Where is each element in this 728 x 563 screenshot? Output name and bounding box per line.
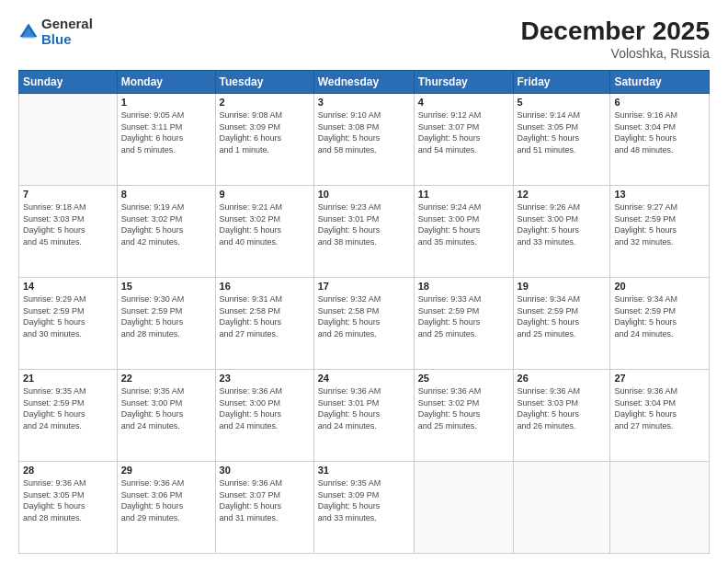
day-info: Sunrise: 9:31 AM Sunset: 2:58 PM Dayligh… [220, 293, 310, 339]
calendar-cell: 8Sunrise: 9:19 AM Sunset: 3:02 PM Daylig… [117, 186, 215, 278]
weekday-header-row: SundayMondayTuesdayWednesdayThursdayFrid… [19, 71, 710, 94]
calendar-cell: 7Sunrise: 9:18 AM Sunset: 3:03 PM Daylig… [19, 186, 118, 278]
calendar-cell [610, 462, 710, 554]
day-number: 28 [23, 465, 113, 476]
calendar-cell: 26Sunrise: 9:36 AM Sunset: 3:03 PM Dayli… [513, 370, 610, 462]
day-info: Sunrise: 9:23 AM Sunset: 3:01 PM Dayligh… [318, 201, 410, 247]
calendar-cell: 4Sunrise: 9:12 AM Sunset: 3:07 PM Daylig… [414, 94, 513, 186]
day-info: Sunrise: 9:24 AM Sunset: 3:00 PM Dayligh… [418, 201, 509, 247]
calendar-cell: 10Sunrise: 9:23 AM Sunset: 3:01 PM Dayli… [313, 186, 414, 278]
calendar-cell: 17Sunrise: 9:32 AM Sunset: 2:58 PM Dayli… [313, 278, 414, 370]
weekday-header: Sunday [19, 71, 118, 94]
day-info: Sunrise: 9:18 AM Sunset: 3:03 PM Dayligh… [23, 201, 113, 247]
day-info: Sunrise: 9:14 AM Sunset: 3:05 PM Dayligh… [518, 109, 607, 155]
day-number: 22 [121, 373, 211, 384]
day-info: Sunrise: 9:19 AM Sunset: 3:02 PM Dayligh… [121, 201, 211, 247]
weekday-header: Friday [513, 71, 610, 94]
day-number: 2 [220, 97, 310, 108]
day-number: 14 [23, 281, 113, 292]
calendar-cell: 23Sunrise: 9:36 AM Sunset: 3:00 PM Dayli… [215, 370, 313, 462]
calendar-week-row: 28Sunrise: 9:36 AM Sunset: 3:05 PM Dayli… [19, 462, 710, 554]
calendar-table: SundayMondayTuesdayWednesdayThursdayFrid… [18, 70, 710, 554]
day-number: 13 [614, 189, 705, 200]
calendar-cell: 3Sunrise: 9:10 AM Sunset: 3:08 PM Daylig… [313, 94, 414, 186]
calendar-cell: 27Sunrise: 9:36 AM Sunset: 3:04 PM Dayli… [610, 370, 710, 462]
calendar: SundayMondayTuesdayWednesdayThursdayFrid… [18, 70, 710, 554]
day-number: 3 [318, 97, 410, 108]
calendar-cell: 9Sunrise: 9:21 AM Sunset: 3:02 PM Daylig… [215, 186, 313, 278]
day-info: Sunrise: 9:12 AM Sunset: 3:07 PM Dayligh… [418, 109, 509, 155]
weekday-header: Thursday [414, 71, 513, 94]
logo-general: General [41, 17, 93, 32]
day-number: 29 [121, 465, 211, 476]
day-info: Sunrise: 9:16 AM Sunset: 3:04 PM Dayligh… [614, 109, 705, 155]
day-info: Sunrise: 9:36 AM Sunset: 3:03 PM Dayligh… [518, 385, 607, 431]
day-number: 24 [318, 373, 410, 384]
day-info: Sunrise: 9:10 AM Sunset: 3:08 PM Dayligh… [318, 109, 410, 155]
calendar-cell: 20Sunrise: 9:34 AM Sunset: 2:59 PM Dayli… [610, 278, 710, 370]
title-section: December 2025 Voloshka, Russia [521, 17, 710, 61]
calendar-cell: 13Sunrise: 9:27 AM Sunset: 2:59 PM Dayli… [610, 186, 710, 278]
day-number: 8 [121, 189, 211, 200]
logo-text: General Blue [41, 17, 93, 47]
day-number: 25 [418, 373, 509, 384]
calendar-cell: 12Sunrise: 9:26 AM Sunset: 3:00 PM Dayli… [513, 186, 610, 278]
day-number: 23 [220, 373, 310, 384]
day-info: Sunrise: 9:29 AM Sunset: 2:59 PM Dayligh… [23, 293, 113, 339]
day-number: 31 [318, 465, 410, 476]
day-info: Sunrise: 9:36 AM Sunset: 3:04 PM Dayligh… [614, 385, 705, 431]
calendar-cell: 18Sunrise: 9:33 AM Sunset: 2:59 PM Dayli… [414, 278, 513, 370]
day-info: Sunrise: 9:08 AM Sunset: 3:09 PM Dayligh… [220, 109, 310, 155]
day-number: 6 [614, 97, 705, 108]
calendar-cell: 11Sunrise: 9:24 AM Sunset: 3:00 PM Dayli… [414, 186, 513, 278]
weekday-header: Saturday [610, 71, 710, 94]
day-info: Sunrise: 9:36 AM Sunset: 3:06 PM Dayligh… [121, 477, 211, 523]
calendar-cell: 30Sunrise: 9:36 AM Sunset: 3:07 PM Dayli… [215, 462, 313, 554]
calendar-cell: 14Sunrise: 9:29 AM Sunset: 2:59 PM Dayli… [19, 278, 118, 370]
calendar-cell: 24Sunrise: 9:36 AM Sunset: 3:01 PM Dayli… [313, 370, 414, 462]
calendar-cell: 19Sunrise: 9:34 AM Sunset: 2:59 PM Dayli… [513, 278, 610, 370]
day-info: Sunrise: 9:35 AM Sunset: 2:59 PM Dayligh… [23, 385, 113, 431]
calendar-cell: 22Sunrise: 9:35 AM Sunset: 3:00 PM Dayli… [117, 370, 215, 462]
day-number: 18 [418, 281, 509, 292]
day-number: 12 [518, 189, 607, 200]
day-info: Sunrise: 9:36 AM Sunset: 3:00 PM Dayligh… [220, 385, 310, 431]
weekday-header: Tuesday [215, 71, 313, 94]
day-number: 1 [121, 97, 211, 108]
logo-blue: Blue [41, 32, 93, 48]
day-number: 26 [518, 373, 607, 384]
calendar-cell: 6Sunrise: 9:16 AM Sunset: 3:04 PM Daylig… [610, 94, 710, 186]
day-info: Sunrise: 9:05 AM Sunset: 3:11 PM Dayligh… [121, 109, 211, 155]
day-info: Sunrise: 9:26 AM Sunset: 3:00 PM Dayligh… [518, 201, 607, 247]
day-info: Sunrise: 9:30 AM Sunset: 2:59 PM Dayligh… [121, 293, 211, 339]
header: General Blue December 2025 Voloshka, Rus… [18, 17, 710, 61]
calendar-cell: 31Sunrise: 9:35 AM Sunset: 3:09 PM Dayli… [313, 462, 414, 554]
location: Voloshka, Russia [521, 46, 710, 61]
day-info: Sunrise: 9:34 AM Sunset: 2:59 PM Dayligh… [614, 293, 705, 339]
calendar-week-row: 14Sunrise: 9:29 AM Sunset: 2:59 PM Dayli… [19, 278, 710, 370]
calendar-cell: 16Sunrise: 9:31 AM Sunset: 2:58 PM Dayli… [215, 278, 313, 370]
day-info: Sunrise: 9:33 AM Sunset: 2:59 PM Dayligh… [418, 293, 509, 339]
day-number: 27 [614, 373, 705, 384]
day-number: 16 [220, 281, 310, 292]
calendar-cell: 25Sunrise: 9:36 AM Sunset: 3:02 PM Dayli… [414, 370, 513, 462]
day-number: 5 [518, 97, 607, 108]
day-number: 21 [23, 373, 113, 384]
calendar-cell [414, 462, 513, 554]
day-info: Sunrise: 9:36 AM Sunset: 3:05 PM Dayligh… [23, 477, 113, 523]
day-number: 17 [318, 281, 410, 292]
day-info: Sunrise: 9:36 AM Sunset: 3:02 PM Dayligh… [418, 385, 509, 431]
calendar-cell [19, 94, 118, 186]
calendar-cell: 28Sunrise: 9:36 AM Sunset: 3:05 PM Dayli… [19, 462, 118, 554]
calendar-cell: 21Sunrise: 9:35 AM Sunset: 2:59 PM Dayli… [19, 370, 118, 462]
day-info: Sunrise: 9:36 AM Sunset: 3:01 PM Dayligh… [318, 385, 410, 431]
calendar-cell: 15Sunrise: 9:30 AM Sunset: 2:59 PM Dayli… [117, 278, 215, 370]
logo-icon [18, 22, 39, 42]
weekday-header: Monday [117, 71, 215, 94]
day-info: Sunrise: 9:21 AM Sunset: 3:02 PM Dayligh… [220, 201, 310, 247]
day-info: Sunrise: 9:34 AM Sunset: 2:59 PM Dayligh… [518, 293, 607, 339]
calendar-cell: 29Sunrise: 9:36 AM Sunset: 3:06 PM Dayli… [117, 462, 215, 554]
weekday-header: Wednesday [313, 71, 414, 94]
day-info: Sunrise: 9:35 AM Sunset: 3:09 PM Dayligh… [318, 477, 410, 523]
day-info: Sunrise: 9:27 AM Sunset: 2:59 PM Dayligh… [614, 201, 705, 247]
